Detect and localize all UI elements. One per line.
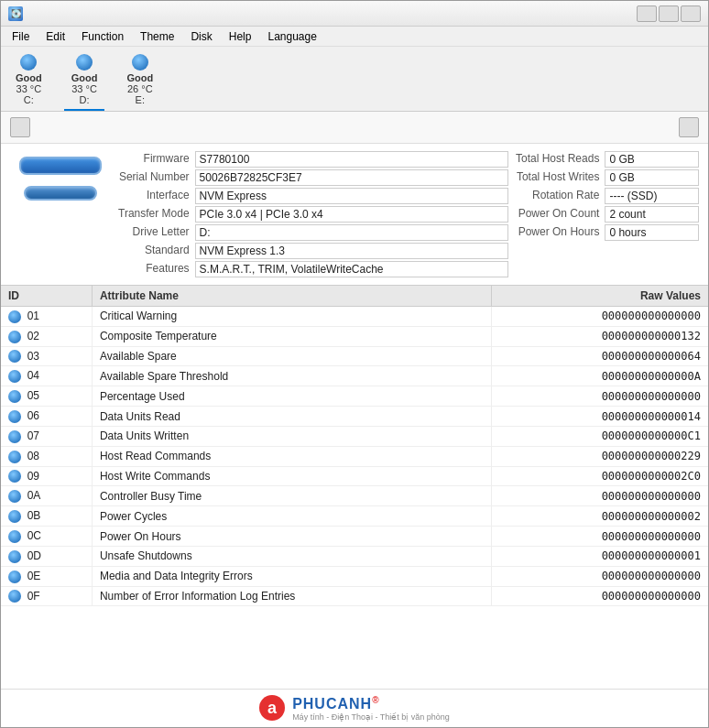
disk-tab-temp-2: 26 °C — [127, 83, 153, 94]
cell-name-5: Data Units Read — [92, 407, 491, 427]
menu-bar: FileEditFunctionThemeDiskHelpLanguage — [1, 27, 708, 47]
row-icon-1 — [8, 331, 21, 343]
cell-raw-7: 000000000000229 — [492, 446, 708, 466]
disk-tab-0[interactable]: Good 33 °C C: — [8, 50, 49, 111]
menu-item-function[interactable]: Function — [74, 28, 131, 45]
cell-id-11: 0C — [1, 527, 92, 547]
info-val-2: NVM Express — [195, 188, 508, 204]
maximize-button[interactable] — [659, 5, 679, 22]
cell-raw-1: 000000000000132 — [492, 326, 708, 346]
row-icon-5 — [8, 410, 21, 423]
right-key-0: Total Host Reads — [516, 151, 599, 168]
row-icon-3 — [8, 370, 21, 383]
title-bar: 💽 — [1, 1, 708, 27]
cell-raw-13: 000000000000000 — [492, 566, 708, 586]
disk-tab-status-0: Good — [16, 72, 42, 83]
cell-name-8: Host Write Commands — [92, 466, 491, 486]
table-row: 02 Composite Temperature 000000000000132 — [1, 326, 708, 346]
cell-raw-0: 000000000000000 — [492, 307, 708, 327]
cell-raw-3: 00000000000000A — [492, 366, 708, 386]
minimize-button[interactable] — [637, 5, 657, 22]
menu-item-language[interactable]: Language — [260, 28, 323, 45]
info-val-6: S.M.A.R.T., TRIM, VolatileWriteCache — [195, 261, 508, 277]
title-bar-left: 💽 — [8, 6, 28, 21]
row-icon-7 — [8, 451, 21, 463]
table-row: 0F Number of Error Information Log Entri… — [1, 586, 708, 606]
table-row: 0E Media and Data Integrity Errors 00000… — [1, 566, 708, 586]
cell-id-6: 07 — [1, 426, 92, 446]
info-section: FirmwareS7780100Serial Number50026B72825… — [1, 144, 708, 286]
right-key-1: Total Host Writes — [516, 169, 599, 186]
cell-raw-9: 000000000000000 — [492, 486, 708, 506]
cell-name-2: Available Spare — [92, 346, 491, 366]
cell-raw-8: 0000000000002C0 — [492, 466, 708, 486]
disk-tabs: Good 33 °C C: Good 33 °C D: Good 26 °C E… — [1, 47, 708, 112]
table-row: 08 Host Read Commands 000000000000229 — [1, 446, 708, 466]
disk-tab-icon-1 — [76, 54, 93, 71]
cell-id-12: 0D — [1, 546, 92, 566]
smart-table-section[interactable]: ID Attribute Name Raw Values 01 Critical… — [1, 286, 708, 689]
table-row: 03 Available Spare 000000000000064 — [1, 346, 708, 366]
row-icon-9 — [8, 490, 21, 503]
cell-raw-11: 000000000000000 — [492, 527, 708, 547]
info-val-1: 50026B72825CF3E7 — [195, 169, 508, 186]
health-badge — [19, 157, 102, 175]
close-button[interactable] — [681, 5, 701, 22]
disk-tab-1[interactable]: Good 33 °C D: — [64, 50, 105, 111]
cell-id-1: 02 — [1, 326, 92, 346]
cell-id-2: 03 — [1, 346, 92, 366]
cell-name-4: Percentage Used — [92, 386, 491, 407]
info-val-3: PCIe 3.0 x4 | PCIe 3.0 x4 — [195, 206, 508, 223]
menu-item-help[interactable]: Help — [222, 28, 259, 45]
table-row: 0A Controller Busy Time 000000000000000 — [1, 486, 708, 506]
col-name: Attribute Name — [92, 286, 491, 307]
cell-name-10: Power Cycles — [92, 506, 491, 527]
info-val-0: S7780100 — [195, 151, 508, 168]
disk-tab-temp-1: 33 °C — [71, 83, 97, 94]
menu-item-disk[interactable]: Disk — [183, 28, 219, 45]
table-row: 04 Available Spare Threshold 00000000000… — [1, 366, 708, 386]
info-key-5: Standard — [118, 243, 190, 259]
cell-raw-14: 000000000000000 — [492, 586, 708, 606]
col-raw: Raw Values — [492, 286, 708, 307]
info-key-4: Drive Letter — [118, 224, 190, 241]
table-row: 07 Data Units Written 0000000000000C1 — [1, 426, 708, 446]
right-key-4: Power On Hours — [516, 224, 599, 241]
row-icon-10 — [8, 510, 21, 523]
row-icon-13 — [8, 570, 21, 583]
table-row: 0C Power On Hours 000000000000000 — [1, 527, 708, 547]
disk-tab-icon-2 — [132, 54, 148, 71]
menu-item-file[interactable]: File — [5, 28, 37, 45]
table-row: 01 Critical Warning 000000000000000 — [1, 307, 708, 327]
app-icon: 💽 — [8, 6, 23, 21]
table-row: 09 Host Write Commands 0000000000002C0 — [1, 466, 708, 486]
disk-tab-letter-1: D: — [80, 94, 90, 105]
right-val-3: 2 count — [605, 206, 699, 223]
cell-raw-2: 000000000000064 — [492, 346, 708, 366]
cell-raw-12: 000000000000001 — [492, 546, 708, 566]
next-disk-button[interactable] — [679, 117, 699, 137]
disk-tab-temp-0: 33 °C — [16, 83, 42, 94]
logo-name: PHUCANH® — [292, 696, 379, 712]
cell-name-1: Composite Temperature — [92, 326, 491, 346]
cell-raw-4: 000000000000000 — [492, 386, 708, 407]
cell-id-7: 08 — [1, 446, 92, 466]
menu-item-theme[interactable]: Theme — [133, 28, 181, 45]
info-key-2: Interface — [118, 188, 190, 204]
col-id: ID — [1, 286, 92, 307]
cell-id-3: 04 — [1, 366, 92, 386]
right-val-0: 0 GB — [605, 151, 699, 168]
cell-name-7: Host Read Commands — [92, 446, 491, 466]
menu-item-edit[interactable]: Edit — [38, 28, 72, 45]
prev-disk-button[interactable] — [10, 117, 30, 137]
smart-table: ID Attribute Name Raw Values 01 Critical… — [1, 286, 708, 606]
cell-id-9: 0A — [1, 486, 92, 506]
right-val-4: 0 hours — [605, 224, 699, 241]
info-val-4: D: — [195, 224, 508, 241]
cell-name-11: Power On Hours — [92, 527, 491, 547]
right-key-2: Rotation Rate — [516, 188, 599, 204]
right-key-3: Power On Count — [516, 206, 599, 223]
main-window: 💽 FileEditFunctionThemeDiskHelpLanguage … — [0, 0, 709, 728]
disk-tab-2[interactable]: Good 26 °C E: — [119, 50, 160, 111]
temperature-value — [24, 186, 97, 201]
